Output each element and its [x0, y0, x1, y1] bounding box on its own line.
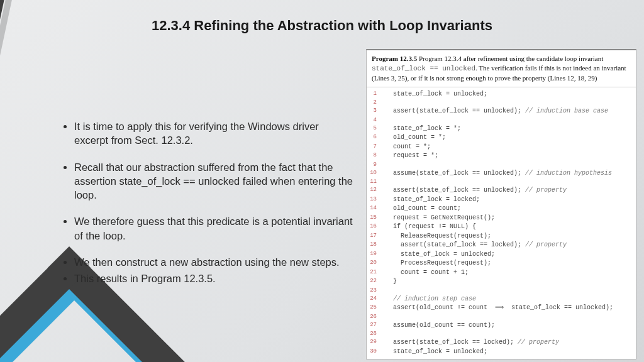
line-number: 7: [367, 143, 382, 152]
bullet-item: We then construct a new abstraction usin…: [74, 255, 355, 269]
code-text: count = *;: [382, 143, 636, 152]
line-number: 13: [367, 195, 382, 205]
line-number: 1: [367, 90, 382, 99]
code-text: [382, 178, 636, 186]
code-line: 19 state_of_lock = unlocked;: [367, 250, 636, 260]
code-text: [382, 116, 636, 124]
code-text: assume(state_of_lock == unlocked); // in…: [382, 169, 636, 178]
code-text: assert(state_of_lock == unlocked); // in…: [382, 107, 636, 116]
code-text: // induction step case: [382, 295, 636, 304]
code-line: 5 state_of_lock = *;: [367, 124, 636, 134]
code-text: count = count + 1;: [382, 268, 636, 278]
code-comment: // property: [525, 241, 567, 248]
line-number: 2: [367, 99, 382, 107]
code-text: old_count = count;: [382, 204, 636, 214]
line-number: 8: [367, 151, 382, 161]
line-number: 12: [367, 186, 382, 195]
line-number: 14: [367, 204, 382, 214]
code-line: 13 state_of_lock = locked;: [367, 195, 636, 205]
bullet-list: It is time to apply this for verifying t…: [63, 119, 355, 298]
line-number: 25: [367, 304, 382, 313]
code-line: 18 assert(state_of_lock == locked); // p…: [367, 241, 636, 250]
line-number: 26: [367, 313, 382, 321]
caption-body1: Program 12.3.4 after refinement using th…: [417, 55, 603, 62]
code-comment: // induction hypothesis: [525, 170, 612, 177]
code-listing: 1 state_of_lock = unlocked;23 assert(sta…: [367, 87, 636, 359]
code-line: 10 assume(state_of_lock == unlocked); //…: [367, 169, 636, 178]
code-text: assert(state_of_lock == locked); // prop…: [382, 241, 636, 250]
code-line: 17 ReleaseRequest(request);: [367, 232, 636, 241]
code-line: 12 assert(state_of_lock == unlocked); //…: [367, 186, 636, 195]
code-text: [382, 330, 636, 338]
code-line: 22 }: [367, 277, 636, 287]
line-number: 27: [367, 321, 382, 331]
code-line: 20 ProcessRequest(request);: [367, 259, 636, 268]
code-line: 14 old_count = count;: [367, 204, 636, 214]
code-line: 1 state_of_lock = unlocked;: [367, 90, 636, 99]
bullet-item: This results in Program 12.3.5.: [74, 272, 355, 285]
caption-lead: Program 12.3.5: [372, 55, 417, 62]
code-line: 16 if (request != NULL) {: [367, 222, 636, 232]
code-text: [382, 313, 636, 321]
code-text: ProcessRequest(request);: [382, 259, 636, 268]
line-number: 20: [367, 259, 382, 268]
line-number: 30: [367, 348, 382, 357]
line-number: 19: [367, 250, 382, 260]
code-line: 15 request = GetNextRequest();: [367, 214, 636, 223]
line-number: 24: [367, 295, 382, 304]
line-number: 21: [367, 268, 382, 278]
line-number: 29: [367, 338, 382, 348]
code-line: 8 request = *;: [367, 151, 636, 161]
code-line: 7 count = *;: [367, 143, 636, 152]
code-text: state_of_lock = unlocked;: [382, 348, 636, 357]
code-text: state_of_lock = unlocked;: [382, 250, 636, 260]
code-text: [382, 161, 636, 169]
code-text: }: [382, 277, 636, 287]
code-text: old_count = *;: [382, 133, 636, 143]
line-number: 28: [367, 330, 382, 338]
code-line: 3 assert(state_of_lock == unlocked); // …: [367, 107, 636, 116]
line-number: 10: [367, 169, 382, 178]
code-text: assert(state_of_lock == locked); // prop…: [382, 338, 636, 348]
code-line: 30 state_of_lock = unlocked;: [367, 348, 636, 357]
code-comment: // property: [525, 187, 567, 194]
code-text: assert(old_count != count ⟹ state_of_loc…: [382, 304, 636, 313]
code-comment: // induction step case: [393, 295, 476, 302]
code-text: [382, 287, 636, 295]
code-text: request = *;: [382, 151, 636, 161]
line-number: 15: [367, 214, 382, 223]
code-line: 27 assume(old_count == count);: [367, 321, 636, 331]
slide-title: 12.3.4 Refining the Abstraction with Loo…: [0, 18, 644, 34]
code-comment: // induction base case: [525, 107, 608, 114]
code-text: ReleaseRequest(request);: [382, 232, 636, 241]
line-number: 4: [367, 116, 382, 124]
code-text: state_of_lock = locked;: [382, 195, 636, 205]
line-number: 23: [367, 287, 382, 295]
bullet-item: It is time to apply this for verifying t…: [74, 119, 355, 148]
code-line: 28: [367, 330, 636, 338]
bullet-item: We therefore guess that this predicate i…: [74, 214, 355, 243]
line-number: 3: [367, 107, 382, 116]
code-line: 25 assert(old_count != count ⟹ state_of_…: [367, 304, 636, 313]
program-box: Program 12.3.5 Program 12.3.4 after refi…: [366, 49, 636, 359]
line-number: 11: [367, 178, 382, 186]
code-text: assert(state_of_lock == unlocked); // pr…: [382, 186, 636, 195]
code-text: state_of_lock = *;: [382, 124, 636, 134]
line-number: 17: [367, 232, 382, 241]
bullet-item: Recall that our abstraction suffered fro…: [74, 160, 355, 202]
caption-code: state_of_lock == unlocked: [372, 65, 475, 72]
line-number: 16: [367, 222, 382, 232]
code-line: 11: [367, 178, 636, 186]
code-comment: // property: [518, 339, 559, 346]
code-line: 29 assert(state_of_lock == locked); // p…: [367, 338, 636, 348]
line-number: 22: [367, 277, 382, 287]
code-line: 4: [367, 116, 636, 124]
line-number: 5: [367, 124, 382, 134]
program-caption: Program 12.3.5 Program 12.3.4 after refi…: [367, 50, 636, 87]
code-line: 23: [367, 287, 636, 295]
code-line: 2: [367, 99, 636, 107]
code-text: request = GetNextRequest();: [382, 214, 636, 223]
code-line: 26: [367, 313, 636, 321]
line-number: 18: [367, 241, 382, 250]
code-text: [382, 99, 636, 107]
